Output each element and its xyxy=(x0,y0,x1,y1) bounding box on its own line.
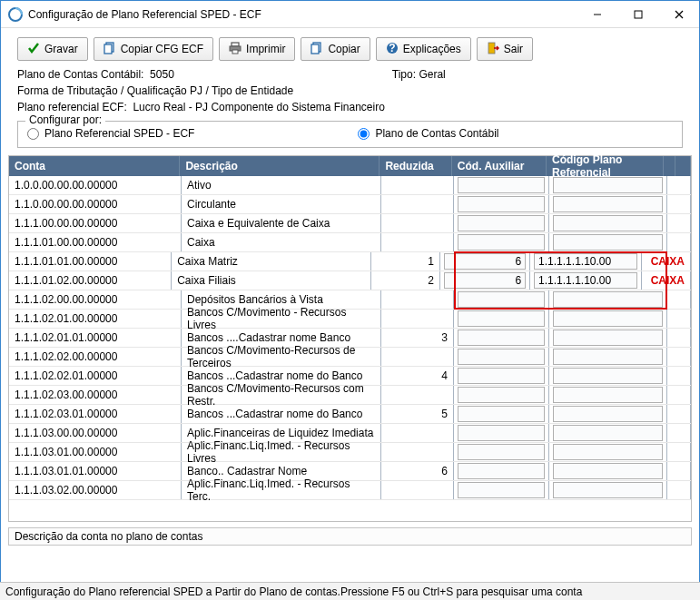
cell-trail xyxy=(667,443,691,461)
copiar-button[interactable]: Copiar xyxy=(301,37,370,61)
cod-aux-input[interactable] xyxy=(458,215,545,231)
cell-conta: 1.1.1.02.03.01.00000 xyxy=(9,405,182,423)
cod-aux-input[interactable] xyxy=(444,272,526,289)
cod-ref-input[interactable] xyxy=(553,330,663,346)
cod-ref-input[interactable] xyxy=(553,482,663,498)
col-cod-ref-header[interactable]: Código Plano Referencial xyxy=(547,156,664,176)
table-row[interactable]: 1.1.1.01.01.00.00000Caixa Matriz1CAIXA xyxy=(9,252,691,271)
cell-trail xyxy=(667,310,691,328)
radio-plano-sped[interactable]: Plano Referencial SPED - ECF xyxy=(27,127,194,140)
col-descricao-header[interactable]: Descrição xyxy=(180,156,380,176)
cod-ref-input[interactable] xyxy=(553,425,663,441)
cod-aux-input[interactable] xyxy=(458,196,545,212)
description-bar: Descrição da conta no plano de contas xyxy=(8,527,692,546)
cell-reduzida: 4 xyxy=(381,367,454,385)
cod-aux-input[interactable] xyxy=(458,425,545,441)
help-icon: ? xyxy=(386,42,399,57)
cell-trail xyxy=(667,405,691,423)
table-row[interactable]: 1.0.0.00.00.00.00000Ativo xyxy=(9,176,691,195)
cod-aux-input[interactable] xyxy=(458,291,545,308)
cod-aux-input[interactable] xyxy=(458,387,545,403)
cod-ref-input[interactable] xyxy=(553,234,663,251)
cell-cod-aux xyxy=(454,443,549,461)
table-row[interactable]: 1.1.0.00.00.00.00000Circulante xyxy=(9,195,691,214)
close-button[interactable] xyxy=(658,1,699,27)
cod-ref-input[interactable] xyxy=(534,272,637,289)
tipo-value: Geral xyxy=(419,68,445,81)
cod-ref-input[interactable] xyxy=(534,253,637,270)
table-row[interactable]: 1.1.1.02.02.00.00000Bancos C/Movimento-R… xyxy=(9,348,691,367)
sair-button[interactable]: Sair xyxy=(477,37,533,61)
cod-aux-input[interactable] xyxy=(458,463,545,479)
cell-reduzida: 2 xyxy=(371,271,440,290)
cell-descricao: Caixa Filiais xyxy=(172,271,371,290)
table-row[interactable]: 1.1.1.01.00.00.00000Caixa xyxy=(9,233,691,252)
imprimir-label: Imprimir xyxy=(246,43,285,55)
table-row[interactable]: 1.1.1.03.01.00.00000Aplic.Financ.Liq.Ime… xyxy=(9,443,691,462)
cell-descricao: Bancos C/Movimento-Recursos de Terceiros xyxy=(182,348,381,366)
grid-header: Conta Descrição Reduzida Cód. Auxiliar C… xyxy=(9,156,691,176)
radio-plano-contabil[interactable]: Plano de Contas Contábil xyxy=(358,127,498,140)
cod-ref-input[interactable] xyxy=(553,406,663,422)
cell-cod-ref xyxy=(530,252,642,270)
cod-ref-input[interactable] xyxy=(553,463,663,479)
cod-ref-input[interactable] xyxy=(553,291,663,308)
cod-ref-input[interactable] xyxy=(553,387,663,403)
table-row[interactable]: 1.1.1.00.00.00.00000Caixa e Equivalente … xyxy=(9,214,691,233)
cod-aux-input[interactable] xyxy=(458,310,545,327)
copiar-cfg-button[interactable]: Copiar CFG ECF xyxy=(94,37,213,61)
radio-plano-contabil-input[interactable] xyxy=(358,128,370,140)
table-row[interactable]: 1.1.1.03.02.00.00000Aplic.Financ.Liq.Ime… xyxy=(9,481,691,500)
cell-reduzida xyxy=(381,424,454,442)
cell-cod-ref xyxy=(549,386,667,404)
cell-cod-aux xyxy=(454,233,549,251)
cod-ref-input[interactable] xyxy=(553,196,663,212)
cell-cod-ref xyxy=(549,310,667,328)
cod-aux-input[interactable] xyxy=(458,482,545,498)
exit-icon xyxy=(487,42,499,57)
cod-ref-input[interactable] xyxy=(553,349,663,365)
cell-cod-ref xyxy=(549,367,667,385)
cod-aux-input[interactable] xyxy=(444,253,526,270)
cod-ref-input[interactable] xyxy=(553,310,663,327)
table-row[interactable]: 1.1.1.02.03.00.00000Bancos C/Movimento-R… xyxy=(9,386,691,405)
cell-cod-aux xyxy=(454,195,549,213)
gravar-button[interactable]: Gravar xyxy=(17,37,88,61)
cod-aux-input[interactable] xyxy=(458,406,545,422)
cod-aux-input[interactable] xyxy=(458,368,545,384)
table-row[interactable]: 1.1.1.02.01.00.00000Bancos C/Movimento -… xyxy=(9,310,691,329)
radio-plano-sped-input[interactable] xyxy=(27,128,39,140)
cod-aux-input[interactable] xyxy=(458,234,545,251)
configurar-por-legend: Configurar por: xyxy=(25,113,105,126)
cell-conta: 1.1.1.02.01.00.00000 xyxy=(9,310,182,328)
table-row[interactable]: 1.1.1.01.02.00.00000Caixa Filiais2CAIXA xyxy=(9,271,691,290)
col-cod-aux-header[interactable]: Cód. Auxiliar xyxy=(452,156,547,176)
cell-trail xyxy=(667,348,691,366)
cod-ref-input[interactable] xyxy=(553,368,663,384)
cell-cod-ref xyxy=(549,443,667,461)
cod-ref-input[interactable] xyxy=(553,177,663,193)
imprimir-button[interactable]: Imprimir xyxy=(219,37,295,61)
cell-cod-ref xyxy=(549,233,667,251)
cell-reduzida: 5 xyxy=(381,405,454,423)
cod-aux-input[interactable] xyxy=(458,444,545,460)
cod-ref-input[interactable] xyxy=(553,444,663,460)
cell-conta: 1.1.1.02.01.01.00000 xyxy=(9,329,182,347)
title-bar: Configuração de Plano Referencial SPED -… xyxy=(1,1,699,28)
cell-trail xyxy=(667,386,691,404)
col-reduzida-header[interactable]: Reduzida xyxy=(380,156,451,176)
cod-aux-input[interactable] xyxy=(458,177,545,193)
col-conta-header[interactable]: Conta xyxy=(9,156,180,176)
cell-reduzida xyxy=(381,310,454,328)
cod-aux-input[interactable] xyxy=(458,330,545,346)
cell-cod-ref xyxy=(549,214,667,232)
table-row[interactable]: 1.1.1.02.03.01.00000Bancos ...Cadastrar … xyxy=(9,405,691,424)
cod-ref-input[interactable] xyxy=(553,215,663,231)
cell-cod-ref xyxy=(549,329,667,347)
grid-body[interactable]: 1.0.0.00.00.00.00000Ativo1.1.0.00.00.00.… xyxy=(9,176,691,521)
maximize-button[interactable] xyxy=(617,1,658,27)
cod-aux-input[interactable] xyxy=(458,349,545,365)
minimize-button[interactable] xyxy=(577,1,617,27)
explicacoes-button[interactable]: ? Explicações xyxy=(376,37,471,61)
cell-conta: 1.1.1.03.00.00.00000 xyxy=(9,424,182,442)
